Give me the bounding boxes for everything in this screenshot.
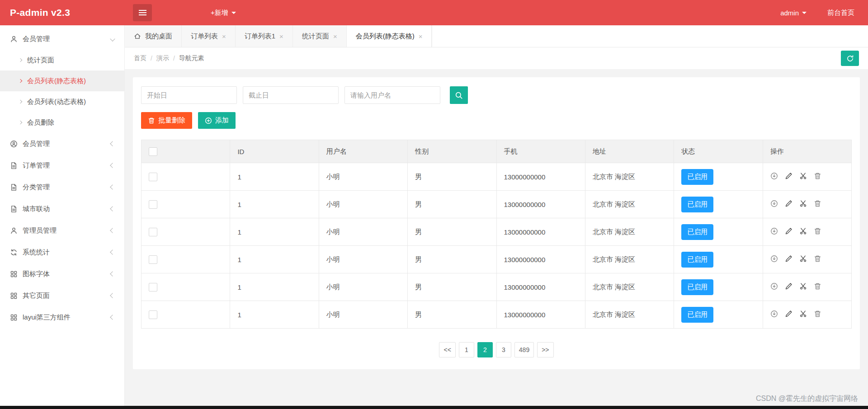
- scissors-icon[interactable]: [799, 282, 807, 290]
- edit-icon[interactable]: [785, 200, 793, 207]
- add-new-dropdown[interactable]: +新增: [211, 9, 236, 17]
- batch-delete-button[interactable]: 批量删除: [141, 112, 192, 129]
- row-checkbox[interactable]: [149, 173, 157, 181]
- tab-close-icon[interactable]: ×: [333, 33, 337, 40]
- status-badge[interactable]: 已启用: [681, 169, 713, 185]
- sidebar-item-member-list-static[interactable]: 会员列表(静态表格): [0, 71, 124, 91]
- header-address: 地址: [585, 140, 674, 163]
- header-operations: 操作: [763, 140, 851, 163]
- end-date-input[interactable]: [243, 86, 339, 104]
- sidebar-group-icon-font[interactable]: 图标字体: [0, 263, 124, 285]
- tab-close-icon[interactable]: ×: [279, 33, 283, 40]
- status-badge[interactable]: 已启用: [681, 224, 713, 240]
- edit-icon[interactable]: [785, 255, 793, 263]
- chevron-down-icon: [231, 12, 236, 14]
- cell-phone: 13000000000: [496, 163, 585, 191]
- document-icon: [10, 183, 18, 191]
- refresh-button[interactable]: [841, 51, 859, 66]
- tab-member-list-static[interactable]: 会员列表(静态表格) ×: [347, 25, 432, 47]
- tab-close-icon[interactable]: ×: [419, 33, 423, 40]
- page-1[interactable]: 1: [459, 342, 474, 357]
- delete-icon[interactable]: [814, 200, 821, 207]
- breadcrumb-separator: /: [173, 55, 175, 62]
- chevron-right-icon: [19, 79, 22, 83]
- delete-icon[interactable]: [814, 255, 821, 263]
- tab-label: 订单列表1: [245, 32, 275, 41]
- edit-icon[interactable]: [785, 172, 793, 180]
- action-row: 批量删除 添加: [141, 112, 852, 129]
- status-badge[interactable]: 已启用: [681, 252, 713, 268]
- sidebar-toggle-button[interactable]: [133, 4, 152, 21]
- page-489[interactable]: 489: [514, 342, 534, 357]
- edit-icon[interactable]: [785, 227, 793, 235]
- breadcrumb-demo[interactable]: 演示: [156, 54, 169, 62]
- sidebar-group-member-admin[interactable]: 会员管理: [0, 133, 124, 155]
- status-badge[interactable]: 已启用: [681, 197, 713, 212]
- sidebar-item-stats-page[interactable]: 统计页面: [0, 50, 124, 71]
- topbar-right: admin 前台首页: [780, 9, 868, 17]
- delete-icon[interactable]: [814, 227, 821, 235]
- download-icon[interactable]: [770, 200, 778, 207]
- download-icon[interactable]: [770, 282, 778, 290]
- sidebar-group-other-pages[interactable]: 其它页面: [0, 285, 124, 306]
- row-checkbox[interactable]: [149, 310, 157, 319]
- add-label: 添加: [215, 116, 229, 125]
- cell-phone: 13000000000: [496, 273, 585, 301]
- content-area: 我的桌面 订单列表 × 订单列表1 × 统计页面 × 会员列表(静态表格) × …: [125, 25, 868, 409]
- download-icon[interactable]: [770, 227, 778, 235]
- document-icon: [10, 162, 18, 169]
- select-all-checkbox[interactable]: [149, 147, 157, 156]
- tab-order-list-1[interactable]: 订单列表1 ×: [236, 25, 293, 47]
- page-2-active[interactable]: 2: [477, 342, 493, 357]
- tab-order-list[interactable]: 订单列表 ×: [182, 25, 236, 47]
- cell-username: 小明: [319, 218, 407, 246]
- status-badge[interactable]: 已启用: [681, 279, 713, 295]
- download-icon[interactable]: [770, 310, 778, 318]
- sidebar-group-member-management[interactable]: 会员管理: [0, 28, 124, 50]
- username-input[interactable]: [344, 86, 440, 104]
- grid-icon: [10, 314, 18, 321]
- page-3[interactable]: 3: [496, 342, 511, 357]
- row-checkbox[interactable]: [149, 255, 157, 264]
- delete-icon[interactable]: [814, 172, 821, 180]
- sidebar-item-member-list-dynamic[interactable]: 会员列表(动态表格): [0, 91, 124, 112]
- sidebar-item-label: 会员列表(动态表格): [27, 98, 86, 106]
- search-button[interactable]: [450, 86, 468, 104]
- user-menu[interactable]: admin: [780, 9, 807, 17]
- download-icon[interactable]: [770, 172, 778, 180]
- edit-icon[interactable]: [785, 310, 793, 318]
- tab-close-icon[interactable]: ×: [222, 33, 226, 40]
- sidebar-group-system-stats[interactable]: 系统统计: [0, 241, 124, 263]
- tab-desktop[interactable]: 我的桌面: [125, 25, 182, 47]
- scissors-icon[interactable]: [799, 255, 807, 263]
- cell-username: 小明: [319, 191, 407, 218]
- delete-icon[interactable]: [814, 282, 821, 290]
- sidebar-group-layui-components[interactable]: layui第三方组件: [0, 306, 124, 328]
- page-last[interactable]: >>: [537, 342, 553, 357]
- breadcrumb-home[interactable]: 首页: [134, 54, 146, 62]
- scissors-icon[interactable]: [799, 227, 807, 235]
- edit-icon[interactable]: [785, 282, 793, 290]
- scissors-icon[interactable]: [799, 310, 807, 318]
- cell-address: 北京市 海淀区: [585, 273, 674, 301]
- row-checkbox[interactable]: [149, 200, 157, 209]
- sidebar-group-order-management[interactable]: 订单管理: [0, 155, 124, 176]
- page-first[interactable]: <<: [439, 342, 455, 357]
- scissors-icon[interactable]: [799, 200, 807, 207]
- sidebar-group-admin-management[interactable]: 管理员管理: [0, 220, 124, 241]
- add-button[interactable]: 添加: [198, 112, 236, 129]
- tab-label: 会员列表(静态表格): [356, 32, 415, 41]
- download-icon[interactable]: [770, 255, 778, 263]
- row-checkbox[interactable]: [149, 283, 157, 291]
- status-badge[interactable]: 已启用: [681, 307, 713, 323]
- row-checkbox[interactable]: [149, 228, 157, 236]
- delete-icon[interactable]: [814, 310, 821, 318]
- front-site-link[interactable]: 前台首页: [827, 9, 854, 17]
- start-date-input[interactable]: [141, 86, 237, 104]
- sidebar-item-member-delete[interactable]: 会员删除: [0, 112, 124, 133]
- sidebar-group-category-management[interactable]: 分类管理: [0, 176, 124, 198]
- chevron-right-icon: [19, 121, 22, 124]
- tab-stats-page[interactable]: 统计页面 ×: [293, 25, 347, 47]
- scissors-icon[interactable]: [799, 172, 807, 180]
- sidebar-group-city-linkage[interactable]: 城市联动: [0, 198, 124, 220]
